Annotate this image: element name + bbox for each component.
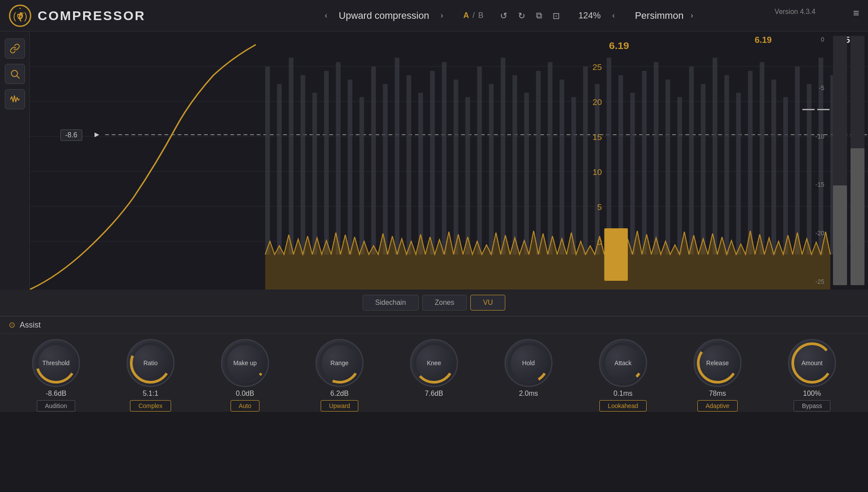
svg-rect-33 (489, 84, 494, 255)
adaptive-btn[interactable]: Adaptive (697, 400, 738, 412)
copy-btn[interactable]: ⧉ (534, 9, 544, 22)
waveform-btn[interactable] (5, 89, 25, 109)
scale-15: -15 (807, 181, 824, 188)
svg-rect-19 (324, 71, 329, 255)
svg-text:20: 20 (592, 98, 602, 107)
svg-rect-43 (607, 58, 612, 255)
preset-name: Upward compression (339, 10, 429, 21)
svg-rect-24 (383, 84, 388, 255)
viz-svg: 25 20 15 10 5 0 6.19 (30, 31, 868, 290)
vu-bar-left (833, 36, 847, 285)
auto-btn[interactable]: Auto (231, 400, 260, 412)
svg-rect-48 (665, 80, 670, 255)
range-value: 6.2dB (330, 390, 349, 398)
svg-rect-49 (677, 97, 682, 255)
makeup-value: 0.0dB (236, 390, 254, 398)
nav-icons: ↺ ↻ ⧉ ⊡ (498, 9, 562, 23)
paste-btn[interactable]: ⊡ (551, 9, 562, 23)
bypass-btn[interactable]: Bypass (794, 400, 830, 412)
search-btn[interactable] (5, 64, 25, 84)
svg-rect-44 (619, 75, 623, 255)
svg-rect-23 (371, 66, 376, 255)
knob-group-range: Range 6.2dB Upward (311, 339, 368, 412)
svg-rect-22 (359, 97, 364, 255)
assist-icon: ⊙ (9, 320, 15, 330)
knob-group-threshold: Threshold -8.6dB Audition (28, 339, 84, 412)
svg-rect-31 (466, 97, 470, 255)
svg-rect-52 (713, 58, 718, 255)
ab-b-btn[interactable]: B (478, 11, 483, 20)
hamburger-btn[interactable]: ≡ (853, 7, 859, 19)
svg-line-5 (17, 76, 19, 79)
attack-knob[interactable]: Attack (599, 339, 647, 387)
complex-btn[interactable]: Complex (130, 400, 171, 412)
svg-rect-14 (265, 66, 270, 255)
peak-indicators (802, 109, 830, 110)
svg-rect-47 (654, 62, 658, 255)
side-toolbar (0, 31, 30, 290)
svg-rect-53 (724, 75, 729, 255)
hold-value: 2.0ms (519, 390, 538, 398)
svg-rect-39 (560, 80, 564, 255)
peak-line-left (802, 109, 815, 110)
svg-rect-17 (301, 75, 305, 255)
threshold-knob[interactable]: Threshold (32, 339, 80, 387)
ab-slash: / (472, 11, 475, 20)
makeup-knob[interactable]: Make up (221, 339, 269, 387)
main-section: -8.6 ▶ (0, 31, 868, 290)
threshold-label: -8.6 (60, 129, 82, 141)
knee-knob[interactable]: Knee (410, 339, 458, 387)
svg-text:25: 25 (592, 63, 602, 72)
skin-name: Persimmon (635, 10, 683, 21)
viz-tabs-bar: Sidechain Zones VU (0, 290, 868, 316)
svg-rect-55 (748, 71, 753, 255)
range-knob[interactable]: Range (315, 339, 364, 387)
zoom-dec-btn[interactable]: ‹ (609, 9, 618, 22)
svg-rect-45 (630, 93, 635, 255)
release-knob[interactable]: Release (693, 339, 742, 387)
svg-text:6.19: 6.19 (609, 40, 629, 51)
hold-knob[interactable]: Hold (504, 339, 553, 387)
tab-sidechain[interactable]: Sidechain (363, 295, 419, 311)
svg-rect-37 (536, 71, 541, 255)
svg-rect-41 (583, 66, 588, 255)
nav-bar: ‹ Upward compression › A / B ↺ ↻ ⧉ ⊡ 124… (159, 9, 859, 23)
knob-group-amount: Amount 100% Bypass (784, 339, 840, 412)
svg-rect-35 (512, 75, 517, 255)
preset-next-btn[interactable]: › (437, 9, 447, 22)
scale-5: -5 (807, 84, 824, 91)
knobs-row: Threshold -8.6dB Audition Ratio 5.1:1 Co… (0, 334, 868, 412)
svg-rect-20 (336, 62, 341, 255)
lookahead-btn[interactable]: Lookahead (599, 400, 646, 412)
tab-zones[interactable]: Zones (422, 295, 467, 311)
audition-btn[interactable]: Audition (37, 400, 76, 412)
knob-group-makeup: Make up 0.0dB Auto (217, 339, 273, 412)
amount-knob[interactable]: Amount (788, 339, 836, 387)
attack-value: 0.1ms (613, 390, 633, 398)
svg-text:5: 5 (597, 203, 602, 212)
db-reading-left: 6.19 (755, 35, 772, 45)
svg-rect-27 (418, 93, 423, 255)
release-value: 78ms (709, 390, 726, 398)
svg-rect-26 (406, 75, 411, 255)
ratio-value: 5.1:1 (143, 390, 158, 398)
svg-rect-46 (642, 71, 647, 255)
upward-btn[interactable]: Upward (321, 400, 358, 412)
zoom-display: 124% (578, 10, 601, 21)
vu-bar-right-fill (850, 148, 864, 286)
ab-a-btn[interactable]: A (463, 11, 469, 20)
redo-btn[interactable]: ↻ (516, 9, 527, 23)
undo-btn[interactable]: ↺ (498, 9, 509, 23)
ratio-knob[interactable]: Ratio (126, 339, 175, 387)
link-btn[interactable] (5, 38, 25, 59)
assist-bar: ⊙ Assist (0, 317, 868, 334)
plugin-title: COMPRESSOR (38, 8, 146, 23)
svg-rect-25 (395, 58, 399, 255)
preset-prev-btn[interactable]: ‹ (321, 9, 331, 22)
threshold-value: -8.6dB (46, 390, 66, 398)
amount-value: 100% (803, 390, 821, 398)
svg-rect-59 (795, 66, 800, 255)
tab-vu[interactable]: VU (470, 295, 505, 311)
svg-rect-56 (760, 62, 764, 255)
skin-next-btn[interactable]: › (687, 9, 696, 22)
